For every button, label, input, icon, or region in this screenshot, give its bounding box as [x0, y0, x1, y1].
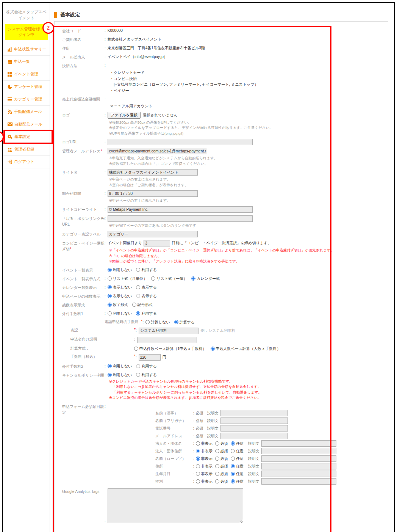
- sidebar-item-9[interactable]: 管理者登録: [3, 143, 50, 155]
- radio-input[interactable]: [108, 268, 112, 272]
- radio-input[interactable]: [231, 472, 235, 476]
- radio-input[interactable]: [215, 449, 219, 453]
- radio-option[interactable]: 必須: [215, 463, 228, 469]
- radio-input[interactable]: [108, 373, 112, 377]
- sidebar-item-6[interactable]: 手動配信メール: [3, 105, 50, 118]
- file-select-button[interactable]: ファイルを選択: [108, 112, 141, 119]
- sidebar-item-10[interactable]: ログアウト: [3, 155, 50, 168]
- radio-input[interactable]: [196, 449, 200, 453]
- radio-option[interactable]: 利用する: [136, 268, 156, 272]
- radio-input[interactable]: [151, 276, 155, 281]
- radio-input[interactable]: [215, 472, 219, 476]
- description-input[interactable]: [261, 440, 336, 447]
- description-input[interactable]: [220, 433, 288, 439]
- radio-option[interactable]: 必須: [215, 471, 228, 477]
- radio-input[interactable]: [196, 441, 200, 446]
- radio-input[interactable]: [231, 479, 235, 483]
- description-input[interactable]: [261, 478, 336, 485]
- sidebar-item-5[interactable]: カテゴリー管理: [3, 93, 50, 105]
- radio-option[interactable]: リスト式（月単位）: [108, 276, 147, 281]
- radio-option[interactable]: カレンダー式: [191, 276, 220, 281]
- radio-option[interactable]: 利用する: [136, 364, 156, 368]
- sidebar-item-2[interactable]: 申込一覧: [3, 55, 50, 68]
- radio-option[interactable]: 利用しない: [108, 311, 132, 315]
- radio-option[interactable]: 非表示: [196, 471, 213, 477]
- radio-input[interactable]: [136, 285, 140, 289]
- radio-input[interactable]: [136, 311, 140, 315]
- description-input[interactable]: [220, 410, 288, 416]
- radio-option[interactable]: 必須: [215, 456, 228, 461]
- radio-input[interactable]: [108, 285, 112, 289]
- radio-option[interactable]: 利用しない: [108, 364, 132, 368]
- radio-option[interactable]: 非表示: [196, 456, 213, 461]
- radio-input[interactable]: [231, 441, 235, 446]
- description-input[interactable]: [220, 417, 288, 424]
- radio-option[interactable]: 表示する: [136, 294, 156, 298]
- radio-option[interactable]: 利用する: [136, 311, 156, 315]
- radio-input[interactable]: [215, 457, 219, 461]
- radio-option[interactable]: 非表示: [196, 479, 213, 484]
- radio-input[interactable]: [231, 449, 235, 453]
- radio-option[interactable]: リスト式（一覧）: [151, 276, 187, 281]
- radio-option[interactable]: 任意: [231, 448, 244, 454]
- radio-input[interactable]: [145, 320, 150, 324]
- radio-option[interactable]: 任意: [231, 479, 244, 484]
- radio-option[interactable]: 非表示: [196, 448, 213, 454]
- radio-option[interactable]: 非表示: [196, 463, 213, 469]
- sidebar-item-3[interactable]: イベント管理: [3, 68, 50, 80]
- radio-option[interactable]: 任意: [231, 456, 244, 461]
- radio-option[interactable]: 利用しない: [108, 373, 132, 377]
- text-input[interactable]: [108, 190, 198, 197]
- radio-option[interactable]: 申込件数ベース計算（1申込 x 手数料）: [134, 347, 206, 351]
- text-input[interactable]: [108, 206, 253, 213]
- radio-option[interactable]: 任意: [231, 463, 244, 469]
- radio-input[interactable]: [108, 311, 112, 315]
- text-input[interactable]: [108, 169, 198, 176]
- radio-input[interactable]: [174, 320, 178, 324]
- radio-input[interactable]: [215, 441, 219, 446]
- radio-option[interactable]: 任意: [231, 471, 244, 477]
- sidebar-item-1[interactable]: 申込状況サマリー: [3, 43, 50, 55]
- radio-option[interactable]: 必須: [215, 441, 228, 446]
- radio-input[interactable]: [136, 294, 140, 298]
- radio-option[interactable]: 計算しない: [145, 320, 170, 324]
- description-input[interactable]: [261, 448, 336, 454]
- radio-input[interactable]: [215, 464, 219, 468]
- description-input[interactable]: [261, 455, 336, 462]
- radio-option[interactable]: 表示しない: [108, 285, 132, 289]
- ga-tags-textarea[interactable]: [108, 488, 243, 523]
- radio-input[interactable]: [196, 479, 200, 483]
- sidebar-item-8[interactable]: 基本設定1: [3, 130, 50, 143]
- radio-option[interactable]: 任意: [231, 441, 244, 446]
- radio-input[interactable]: [134, 347, 138, 351]
- radio-option[interactable]: 記号形式: [132, 303, 153, 307]
- radio-input[interactable]: [108, 364, 112, 368]
- radio-input[interactable]: [196, 457, 200, 461]
- radio-input[interactable]: [132, 303, 136, 307]
- radio-input[interactable]: [211, 347, 215, 351]
- text-input[interactable]: [108, 148, 207, 154]
- radio-input[interactable]: [231, 457, 235, 461]
- text-input[interactable]: [139, 328, 198, 334]
- description-input[interactable]: [261, 463, 336, 469]
- text-input[interactable]: [108, 215, 253, 222]
- text-input[interactable]: [108, 231, 198, 237]
- radio-input[interactable]: [231, 464, 235, 468]
- text-input[interactable]: [137, 337, 197, 343]
- radio-input[interactable]: [136, 373, 140, 377]
- radio-input[interactable]: [196, 472, 200, 476]
- radio-option[interactable]: 計算する: [174, 320, 195, 324]
- deadline-days-input[interactable]: [144, 240, 170, 246]
- radio-input[interactable]: [108, 276, 112, 281]
- sidebar-item-7[interactable]: 自動配信メール: [3, 118, 50, 130]
- radio-option[interactable]: 申込人数ベース計算（人数 x 手数料）: [211, 347, 281, 351]
- radio-option[interactable]: 表示しない: [108, 294, 132, 298]
- radio-input[interactable]: [108, 294, 112, 298]
- description-input[interactable]: [220, 425, 288, 432]
- radio-input[interactable]: [136, 268, 140, 272]
- radio-input[interactable]: [108, 303, 112, 307]
- radio-option[interactable]: 利用しない: [108, 268, 132, 272]
- text-input[interactable]: [139, 354, 161, 361]
- description-input[interactable]: [261, 471, 336, 477]
- radio-option[interactable]: 数字形式: [108, 303, 128, 307]
